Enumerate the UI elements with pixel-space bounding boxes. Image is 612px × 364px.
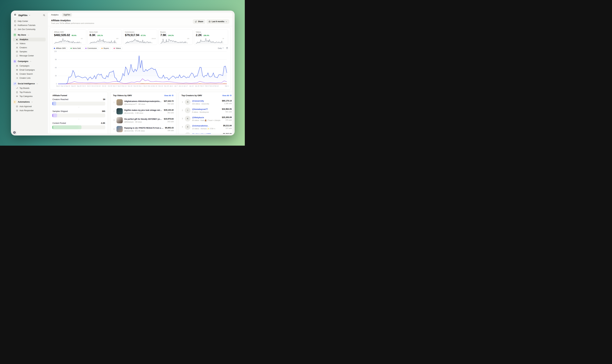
brand-logo — [13, 13, 17, 17]
funnel-arrow-down-icon: ↓ — [52, 117, 105, 120]
share-button-label: Share — [198, 20, 203, 23]
creator-handle[interactable]: @lifebykacie — [192, 117, 204, 119]
legend-pill-items-sold[interactable]: Items Sold — [69, 47, 82, 50]
funnel-step-samples-shipped: Samples Shipped 365 — [52, 110, 105, 117]
sidebar-item-videos[interactable]: Videos — [13, 42, 46, 45]
search-icon[interactable] — [43, 14, 45, 16]
sidebar-section-my-store[interactable]: My Store — [13, 33, 46, 37]
x-axis-label: Sep 22 — [71, 85, 76, 87]
legend-pill-buyers[interactable]: Buyers — [100, 47, 111, 50]
top-videos-card: Top Videos by GMV View All 1 #digitalcam… — [110, 92, 176, 134]
funnel-steps: Creators Reached 59 ↓ Samples Shipped 36… — [52, 98, 105, 134]
video-sold-count: 190 sold — [165, 130, 174, 131]
stat-card-affiliate-gmv[interactable]: Affiliate GMV $482,535.02 ↑99.4% 1M 0 — [52, 29, 86, 45]
stat-card-buyers[interactable]: Buyers 7.9K ↑244.3% 186 0 — [158, 29, 193, 45]
scroll-content[interactable]: Affiliate GMV $482,535.02 ↑99.4% 1M 0 It… — [48, 26, 233, 134]
video-row-1[interactable]: 1 #digitalcamera #tiktokshopcreatorpicks… — [113, 99, 174, 105]
video-sold-count: 362 sold — [164, 112, 174, 114]
creator-handle[interactable]: @reeserrelly — [192, 100, 204, 102]
tab-digifilm[interactable]: DigiFilm — [62, 13, 72, 16]
sidebar-item-creator-lists[interactable]: Creator Lists — [13, 76, 46, 80]
video-row-3[interactable]: 3 the perfect gift for literally ANYONE!… — [113, 117, 174, 123]
creator-row-3[interactable]: 3 K @lifebykacie 30 videos · Kacie🧸 | Tr… — [182, 116, 232, 121]
creator-row-2[interactable]: 2 I @itsmekaycee77 8 videos · Itsmekayce… — [182, 107, 232, 113]
y-axis-label: 6K — [55, 67, 57, 68]
sidebar-item-samples[interactable]: Samples — [13, 50, 46, 53]
creator-handle[interactable]: @itsmekaycee77 — [192, 108, 208, 110]
legend-pill-commission[interactable]: Commission — [84, 47, 99, 50]
creator-handle[interactable]: @xiomaradenise_ — [192, 125, 209, 127]
trend-icon — [16, 87, 18, 89]
funnel-step-label: Samples Shipped — [52, 110, 68, 112]
clipboard-icon[interactable] — [226, 47, 228, 50]
people-icon — [16, 47, 18, 49]
granularity-select[interactable]: Daily — [218, 47, 224, 49]
x-axis-label: Dec 16 — [153, 85, 157, 87]
help-button[interactable]: ? — [13, 130, 16, 134]
sidebar-item-campaigns[interactable]: Campaigns — [13, 64, 46, 68]
video-row-4[interactable]: 4 Replying to @|-/ PHOTO RESULTS from a … — [113, 126, 174, 132]
sidebar-item-creators[interactable]: Creators — [13, 46, 46, 50]
creator-avatar: R — [185, 99, 191, 105]
robot-icon — [16, 65, 18, 67]
creator-row-4[interactable]: 4 X @xiomaradenise_ 13 videos · Xiomara … — [182, 124, 232, 130]
sidebar-item-creator-search[interactable]: Creator Search — [13, 72, 46, 76]
stat-card-items-sold[interactable]: Items Sold 8.3K ↑105.1% 200 0 — [88, 29, 122, 45]
share-button[interactable]: Share — [193, 19, 205, 24]
top-videos-view-all-link[interactable]: View All — [164, 94, 174, 97]
view-all-label: View All — [164, 95, 171, 96]
top-creators-view-all-link[interactable]: View All — [222, 94, 232, 97]
sidebar-section-social-intelligence[interactable]: Social Intelligence — [13, 81, 46, 86]
video-row-2[interactable]: 2 Digifilm makes my pics look vintage re… — [113, 108, 174, 114]
creator-handle[interactable]: @sabinagilman1998 — [192, 133, 211, 134]
sparkline-min-label: 0 — [152, 42, 155, 44]
creator-gmv-value: $80,170.14 — [222, 100, 232, 102]
sidebar-item-help-center[interactable]: Help Center — [13, 19, 46, 23]
tab-analytics[interactable]: Analytics — [51, 14, 59, 16]
video-gmv-value: $9,893.43 — [165, 127, 174, 129]
sidebar-item-message-center[interactable]: Message Center — [13, 54, 46, 58]
sidebar-item-top-categories[interactable]: Top Categories — [13, 94, 46, 98]
stat-card-videos[interactable]: Videos 2.2K ↑206.4% 29 0 — [194, 29, 228, 45]
funnel-step-label: Creators Reached — [52, 98, 68, 101]
main-panel: Analytics DigiFilm Affiliate Analytics T… — [47, 12, 233, 134]
funnel-step-creators-reached: Creators Reached 59 — [52, 98, 105, 105]
sidebar-item-auto-approval[interactable]: Auto Approval — [13, 104, 46, 108]
x-axis-label: Jan 23 — [189, 85, 194, 87]
creator-row-1[interactable]: 1 R @reeserrelly 153 videos · reeserrell… — [182, 99, 232, 105]
sidebar-section-campaigns[interactable]: Campaigns — [13, 59, 46, 64]
tab-divider — [60, 14, 60, 16]
x-axis-label: Feb 13 — [209, 85, 214, 87]
list-icon — [16, 77, 18, 79]
legend-pill-affiliate-gmv[interactable]: Affiliate GMV — [52, 47, 68, 50]
funnel-step-value: 2.2K — [101, 122, 105, 124]
date-range-button[interactable]: Last 6 months — [207, 19, 229, 24]
funnel-title: Affiliate Funnel — [52, 94, 105, 97]
stat-label: Commission — [125, 31, 155, 33]
sidebar-item-join-our-community[interactable]: Join Our Community — [13, 27, 46, 31]
x-axis-label: Oct 13 — [91, 85, 96, 87]
sidebar-section-automations[interactable]: Automations — [13, 100, 46, 104]
brand-name[interactable]: DigiFilm — [18, 14, 27, 16]
sidebar-item-top-products[interactable]: Top Products — [13, 90, 46, 94]
page-header: Affiliate Analytics Track your TikTok af… — [48, 17, 233, 26]
sidebar-item-email-campaigns[interactable]: Email Campaigns — [13, 68, 46, 72]
stat-card-commission[interactable]: Commission $79,517.94 ↑87.5% 206.4K 0 — [123, 29, 157, 45]
rank-number: 2 — [113, 110, 115, 112]
bag-icon — [16, 91, 18, 93]
sidebar-item-top-brands[interactable]: Top Brands — [13, 86, 46, 90]
sidebar-item-hubfluence-tutorials[interactable]: Hubfluence Tutorials — [13, 23, 46, 27]
sidebar-item-analytics[interactable]: Analytics — [13, 38, 46, 41]
reply-icon — [16, 109, 18, 112]
creator-avatar: X — [185, 124, 191, 130]
chevron-down-icon[interactable] — [29, 14, 30, 16]
legend-pill-videos[interactable]: Videos — [112, 47, 123, 50]
funnel-bar-track — [52, 125, 105, 129]
y-axis-label: 9K — [55, 59, 57, 60]
sidebar-top-links: Help Center Hubfluence Tutorials Join Ou… — [13, 19, 46, 31]
chart-plot-area[interactable]: 03K6K9K12K — [58, 52, 227, 84]
sidebar-item-auto-responder[interactable]: Auto Responder — [13, 109, 46, 112]
creator-row-5[interactable]: 5 S @sabinagilman1998 7 videos · Sabina … — [182, 132, 232, 134]
app-window: DigiFilm Help Center Hubfluence Tutorial… — [11, 11, 235, 135]
rank-number: 2 — [182, 109, 183, 111]
